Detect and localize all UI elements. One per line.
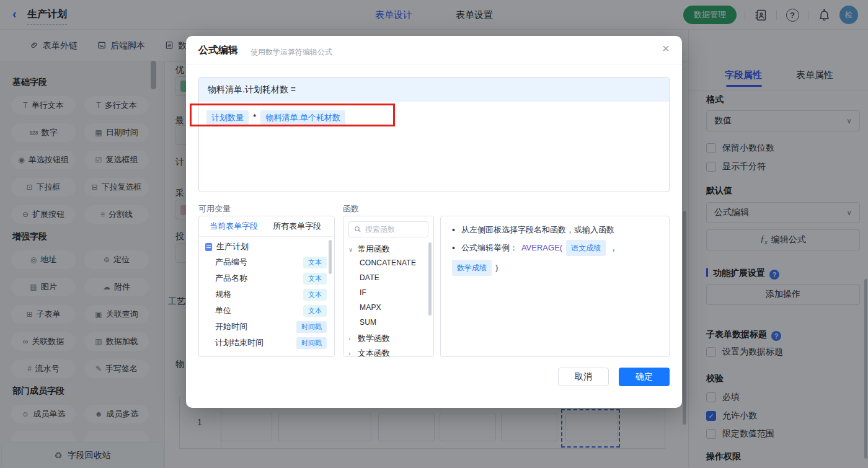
variable-row[interactable]: 规格文本 (215, 286, 327, 302)
functions-panel: ∨常用函数CONCATENATEDATEIFMAPXSUM›数学函数›文本函数 (343, 216, 434, 357)
formula-target: 物料清单.计划耗材数 = (199, 77, 669, 102)
example-function-name: AVERAGE( (521, 242, 562, 254)
variable-name: 计划结束时间 (215, 337, 264, 348)
help-line-1: • 从左侧面板选择字段名和函数，或输入函数 (452, 224, 660, 236)
function-group-collapsed[interactable]: ›文本函数 (348, 348, 390, 357)
form-doc-icon (205, 243, 212, 251)
example-field-chip: 语文成绩 (566, 240, 606, 256)
chevron-right-icon: › (348, 335, 355, 342)
app-screen: ‹ 生产计划 表单设计 表单设置 数据管理 ? 检 (0, 0, 868, 468)
variable-type-badge: 文本 (303, 273, 327, 285)
modal-title: 公式编辑 (198, 44, 238, 57)
formula-input-area[interactable]: 计划数量*物料清单.单个耗材数 (199, 102, 669, 192)
formula-editor: 物料清单.计划耗材数 = 计划数量*物料清单.单个耗材数 (198, 77, 670, 192)
formula-field-chip[interactable]: 物料清单.单个耗材数 (260, 110, 345, 125)
variable-type-badge: 时间戳 (296, 337, 327, 349)
variable-name: 规格 (215, 289, 231, 300)
tab-all-form-fields[interactable]: 所有表单字段 (273, 221, 321, 232)
variable-type-badge: 文本 (303, 257, 327, 268)
divider (186, 64, 682, 64)
function-group-name: 常用函数 (358, 244, 390, 255)
formula-field-chip[interactable]: 计划数量 (206, 110, 249, 125)
variable-name: 产品名称 (215, 273, 247, 284)
function-search-input[interactable] (365, 225, 415, 234)
variables-panel: 当前表单字段 所有表单字段 生产计划 产品编号文本产品名称文本规格文本单位文本开… (198, 216, 335, 357)
function-search[interactable] (348, 221, 428, 237)
function-group-collapsed[interactable]: ›数学函数 (348, 333, 390, 344)
variable-type-badge: 文本 (303, 305, 327, 317)
variable-row[interactable]: 开始时间时间戳 (215, 319, 327, 335)
modal-subtitle: 使用数学运算符编辑公式 (250, 47, 332, 58)
function-item[interactable]: IF (360, 288, 366, 297)
variable-row[interactable]: 单位文本 (215, 302, 327, 319)
function-group-name: 数学函数 (358, 333, 390, 344)
cancel-button[interactable]: 取消 (558, 368, 609, 386)
function-item[interactable]: MAPX (360, 303, 381, 312)
variable-name: 单位 (215, 305, 231, 316)
help-line-2: • 公式编辑举例：AVERAGE( 语文成绩 ， 数学成绩 ) (452, 240, 660, 276)
variable-name: 产品编号 (215, 257, 247, 268)
variable-row[interactable]: 产品名称文本 (215, 270, 327, 286)
confirm-button[interactable]: 确定 (619, 368, 670, 386)
variable-type-badge: 时间戳 (296, 321, 327, 333)
variable-row[interactable]: 计划结束时间时间戳 (215, 335, 327, 351)
functions-label: 函数 (343, 203, 359, 214)
function-item[interactable]: SUM (360, 318, 376, 327)
functions-scrollbar[interactable] (428, 242, 432, 316)
search-icon (354, 226, 361, 233)
function-item[interactable]: DATE (360, 273, 379, 282)
help-panel: • 从左侧面板选择字段名和函数，或输入函数 • 公式编辑举例：AVERAGE( … (440, 216, 670, 357)
formula-editor-modal: 公式编辑 使用数学运算符编辑公式 × 物料清单.计划耗材数 = 计划数量*物料清… (186, 36, 682, 408)
chevron-right-icon: › (348, 350, 355, 357)
tab-current-form-fields[interactable]: 当前表单字段 (210, 221, 258, 232)
example-field-chip: 数学成绩 (452, 260, 492, 276)
function-group-name: 文本函数 (358, 348, 390, 357)
variables-tabs: 当前表单字段 所有表单字段 (199, 216, 334, 237)
formula-operator: * (253, 110, 256, 122)
close-icon[interactable]: × (662, 41, 670, 56)
variables-label: 可用变量 (198, 203, 231, 214)
chevron-down-icon: ∨ (348, 246, 355, 253)
variable-row[interactable]: 产品编号文本 (215, 254, 327, 270)
function-group-expanded[interactable]: ∨常用函数 (348, 244, 390, 255)
variable-type-badge: 文本 (303, 289, 327, 301)
variables-scrollbar[interactable] (329, 240, 332, 274)
function-item[interactable]: CONCATENATE (360, 258, 416, 267)
form-tree-root[interactable]: 生产计划 (205, 241, 249, 252)
variable-name: 开始时间 (215, 321, 247, 332)
